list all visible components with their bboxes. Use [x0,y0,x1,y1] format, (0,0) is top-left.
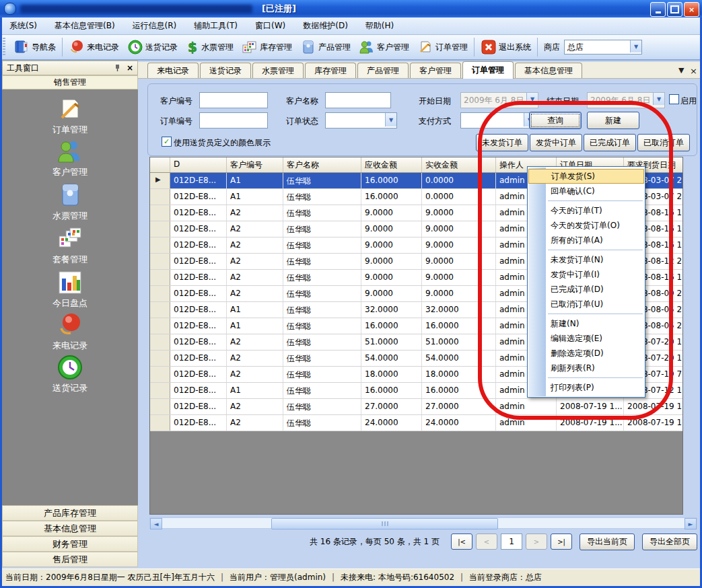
menu-aux-tools[interactable]: 辅助工具(T) [194,20,238,32]
start-date-picker[interactable]: 2009年 6月 8日 ▼ [460,92,538,108]
context-menu-item[interactable]: 打印列表(P) [528,380,645,395]
menu-run-info[interactable]: 运行信息(R) [133,20,177,32]
end-date-picker[interactable]: 2009年 6月 8日 ▼ [587,92,665,108]
context-menu-item[interactable]: 删除选定项(D) [528,346,645,361]
context-menu-item[interactable]: 今天的订单(T) [528,203,645,218]
maximize-button[interactable] [667,2,682,17]
customer-name-input[interactable] [325,92,391,108]
toolbar-orders[interactable]: 订单管理 [413,37,472,57]
chevron-down-icon[interactable]: ▼ [526,93,538,105]
menu-system[interactable]: 系统(S) [9,20,37,32]
filter-shipping-button[interactable]: 发货中订单 [530,134,582,151]
chevron-down-icon[interactable]: ▼ [653,93,664,105]
context-menu-item[interactable]: 回单确认(C) [528,184,645,198]
sidebar-section-sales[interactable]: 销售管理 [2,75,138,89]
context-menu-item[interactable]: 已完成订单(D) [528,282,645,297]
horizontal-scrollbar[interactable]: ◄ ► [149,517,697,529]
column-header-received[interactable]: 实收金额 [422,157,496,172]
payment-method-select[interactable]: ▼ [460,112,536,128]
context-menu-item[interactable]: 编辑选定项(E) [528,331,645,346]
new-button[interactable]: 新建 [587,112,639,129]
pin-icon[interactable] [114,64,121,72]
filter-completed-button[interactable]: 已完成订单 [584,134,636,151]
table-row[interactable]: 012D-E8... A2 伍华聪 24.0000 24.0000 admin … [150,415,682,431]
chevron-down-icon[interactable]: ▼ [385,113,396,126]
order-code-input[interactable] [199,112,268,128]
tab[interactable]: 库存管理 [305,63,356,78]
sidebar-item-delivery-records[interactable]: 送货记录 [2,354,138,396]
context-menu-item[interactable]: 刷新列表(R) [528,361,645,375]
sidebar-section-product-inventory[interactable]: 产品库存管理 [2,505,138,521]
export-all-pages-button[interactable]: 导出全部页 [642,534,697,550]
chevron-down-icon[interactable]: ▼ [630,40,641,52]
tab[interactable]: 产品管理 [357,63,409,78]
row-selector[interactable] [150,318,170,334]
row-selector[interactable] [150,173,170,188]
minimize-button[interactable] [650,2,666,17]
column-header-customer-name[interactable]: 客户名称 [283,157,361,172]
query-button[interactable]: 查询 [529,112,582,129]
sidebar-item-orders[interactable]: 订单管理 [2,96,138,137]
sidebar-section-basic-info[interactable]: 基本信息管理 [2,521,138,536]
tool-window-close-icon[interactable]: × [127,63,133,73]
sidebar-section-after-sales[interactable]: 售后管理 [2,552,138,567]
toolbar-delivery-records[interactable]: 送货记录 [123,37,182,57]
tab[interactable]: 客户管理 [410,63,461,78]
sidebar-item-daily-check[interactable]: 今日盘点 [2,269,138,311]
filter-unshipped-button[interactable]: 未发货订单 [476,134,528,151]
row-selector[interactable] [150,221,170,237]
context-menu-item[interactable]: 已取消订单(U) [528,297,645,311]
toolbar-nav-bar[interactable]: 导航条 [9,37,60,57]
tab[interactable]: 订单管理 [462,61,514,79]
menu-basic-info[interactable]: 基本信息管理(B) [55,20,115,32]
scroll-right-icon[interactable]: ► [685,518,697,529]
row-selector[interactable] [150,415,170,431]
close-button[interactable]: × [684,2,699,17]
context-menu-item[interactable]: 未发货订单(N) [528,252,645,267]
context-menu-item[interactable]: 今天的发货订单(O) [528,218,645,233]
row-selector[interactable] [150,351,170,366]
column-header-receivable[interactable]: 应收金额 [361,157,422,172]
toolbar-exit[interactable]: 退出系统 [477,37,535,57]
row-selector[interactable] [150,270,170,285]
toolbar-inventory[interactable]: 库存管理 [238,37,296,57]
row-selector[interactable] [150,302,170,318]
toolbar-water-ticket[interactable]: $ 水票管理 [182,37,238,57]
tab[interactable]: 水票管理 [252,63,304,78]
next-page-button[interactable]: > [526,534,547,550]
context-menu-item[interactable]: 发货中订单(I) [528,267,645,282]
prev-page-button[interactable]: < [476,534,497,550]
sidebar-item-packages[interactable]: 套餐管理 [2,225,138,267]
tab[interactable]: 基本信息管理 [515,63,582,78]
column-header-customer-code[interactable]: 客户编号 [227,157,283,172]
column-header-id[interactable]: D [170,157,227,172]
context-menu-item[interactable]: 新建(N) [528,316,645,331]
row-selector[interactable] [150,286,170,301]
delivery-color-checkbox[interactable]: ✓ [162,137,172,147]
row-selector[interactable] [150,367,170,382]
row-selector[interactable] [150,399,170,414]
scroll-left-icon[interactable]: ◄ [150,518,162,529]
menu-window[interactable]: 窗口(W) [255,20,285,32]
toolbar-products[interactable]: 产品管理 [296,37,355,57]
first-page-button[interactable]: |< [451,534,472,550]
sidebar-item-customers[interactable]: 客户管理 [2,138,138,180]
scrollbar-thumb[interactable] [271,518,498,529]
sidebar-item-water-ticket[interactable]: 水票管理 [2,182,138,223]
page-number-input[interactable] [501,534,522,550]
last-page-button[interactable]: >| [551,534,572,550]
row-selector[interactable] [150,189,170,205]
table-row[interactable]: 012D-E8... A2 伍华聪 27.0000 27.0000 admin … [150,399,682,415]
enable-checkbox[interactable] [669,94,679,104]
tab-list-dropdown-icon[interactable]: ▼ [678,66,684,75]
menu-data-maintenance[interactable]: 数据维护(D) [303,20,348,32]
tab-close-icon[interactable]: × [690,66,697,76]
row-selector[interactable] [150,205,170,221]
row-selector[interactable] [150,383,170,398]
shop-select[interactable]: 总店 ▼ [564,40,642,54]
row-selector[interactable] [150,254,170,269]
sidebar-section-finance[interactable]: 财务管理 [2,536,138,552]
tab[interactable]: 来电记录 [147,63,199,78]
tab[interactable]: 送货记录 [200,63,251,78]
toolbar-grip[interactable] [3,38,5,57]
